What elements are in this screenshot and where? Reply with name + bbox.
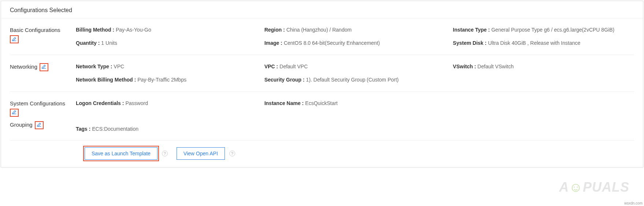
footer-actions: Save as Launch Template ? View Open API …: [10, 141, 634, 167]
section-label-grouping: Grouping: [10, 120, 33, 129]
section-networking: Networking Network Type :VPC: [10, 55, 634, 92]
kv-vpc: VPC :Default VPC: [264, 62, 446, 71]
val-system-disk: Ultra Disk 40GiB , Release with Instance: [488, 40, 580, 46]
key-vpc: VPC: [264, 64, 275, 69]
kv-quantity: Quantity :1 Units: [76, 39, 257, 47]
key-logon: Logon Credentials: [76, 100, 121, 106]
key-network-type: Network Type: [76, 64, 109, 69]
kv-vswitch: VSwitch :Default VSwitch: [453, 62, 634, 71]
section-label-col-networking: Networking: [10, 62, 76, 84]
section-label-networking: Networking: [10, 62, 37, 71]
watermark-suffix: PUALS: [583, 180, 629, 195]
kv-instance-type: Instance Type :General Purpose Type g6 /…: [453, 26, 634, 34]
key-instance-name: Instance Name: [264, 100, 301, 106]
val-network-type: VPC: [114, 64, 124, 69]
section-label-col-basic: Basic Configurations: [10, 26, 76, 47]
section-basic: Basic Configurations Billing Method :Pay…: [10, 18, 634, 55]
watermark-logo: A☺PUALS: [559, 180, 629, 195]
kv-image: Image :CentOS 8.0 64-bit(Security Enhanc…: [264, 39, 446, 47]
val-vpc: Default VPC: [280, 64, 308, 69]
val-vswitch: Default VSwitch: [477, 64, 514, 69]
help-icon[interactable]: ?: [162, 151, 168, 156]
val-region: China (Hangzhou) / Random: [286, 27, 352, 33]
key-tags: Tags: [76, 126, 88, 132]
panel-title: Configurations Selected: [1, 1, 643, 18]
mascot-icon: ☺: [569, 180, 583, 195]
section-label-col-system-grouping: System Configurations Grouping: [10, 99, 76, 133]
edit-basic-button[interactable]: [10, 35, 19, 43]
kv-logon: Logon Credentials :Password: [76, 99, 257, 107]
val-network-billing: Pay-By-Traffic 2Mbps: [137, 77, 186, 83]
pencil-icon: [12, 109, 17, 116]
kv-region: Region :China (Hangzhou) / Random: [264, 26, 446, 34]
val-billing-method: Pay-As-You-Go: [116, 27, 151, 33]
watermark-prefix: A: [559, 180, 569, 195]
val-instance-type: General Purpose Type g6 / ecs.g6.large(2…: [491, 27, 614, 33]
key-quantity: Quantity: [76, 40, 97, 46]
view-open-api-button[interactable]: View Open API: [177, 147, 225, 160]
val-quantity: 1 Units: [101, 40, 117, 46]
kv-security-group: Security Group :1). Default Security Gro…: [264, 76, 446, 84]
key-instance-type: Instance Type: [453, 27, 486, 33]
kv-system-disk: System Disk :Ultra Disk 40GiB , Release …: [453, 39, 634, 47]
key-security-group: Security Group: [264, 77, 301, 83]
key-region: Region: [264, 27, 282, 33]
val-logon: Password: [125, 100, 148, 106]
section-content-basic: Billing Method :Pay-As-You-Go Region :Ch…: [76, 26, 634, 47]
config-summary-panel: Configurations Selected Basic Configurat…: [1, 1, 643, 167]
attribution-text: wsxdn.com: [624, 201, 643, 205]
section-label-basic: Basic Configurations: [10, 26, 76, 35]
val-image: CentOS 8.0 64-bit(Security Enhancement): [284, 40, 380, 46]
pencil-icon: [37, 122, 42, 128]
kv-instance-name: Instance Name :EcsQuickStart: [264, 99, 446, 107]
section-content-networking: Network Type :VPC VPC :Default VPC VSwit…: [76, 62, 634, 84]
key-billing-method: Billing Method: [76, 27, 111, 33]
kv-billing-method: Billing Method :Pay-As-You-Go: [76, 26, 257, 34]
pencil-icon: [41, 64, 47, 70]
section-content-system-grouping: Logon Credentials :Password Instance Nam…: [76, 99, 634, 133]
sections-container: Basic Configurations Billing Method :Pay…: [1, 18, 643, 167]
edit-grouping-button[interactable]: [35, 121, 44, 129]
val-instance-name: EcsQuickStart: [305, 100, 338, 106]
key-system-disk: System Disk: [453, 40, 483, 46]
key-vswitch: VSwitch: [453, 64, 473, 69]
section-system-grouping: System Configurations Grouping: [10, 92, 634, 141]
help-icon[interactable]: ?: [229, 151, 235, 156]
kv-network-billing: Network Billing Method :Pay-By-Traffic 2…: [76, 76, 257, 84]
section-label-system: System Configurations: [10, 99, 76, 108]
pencil-icon: [12, 36, 17, 43]
edit-system-button[interactable]: [10, 109, 19, 117]
val-tags: ECS:Documentation: [92, 126, 138, 132]
key-network-billing: Network Billing Method: [76, 77, 133, 83]
edit-networking-button[interactable]: [40, 63, 48, 71]
save-launch-template-button[interactable]: Save as Launch Template: [85, 147, 158, 160]
val-security-group: 1). Default Security Group (Custom Port): [306, 77, 399, 83]
kv-network-type: Network Type :VPC: [76, 62, 257, 71]
key-image: Image: [264, 40, 279, 46]
kv-tags: Tags :ECS:Documentation: [76, 125, 257, 133]
